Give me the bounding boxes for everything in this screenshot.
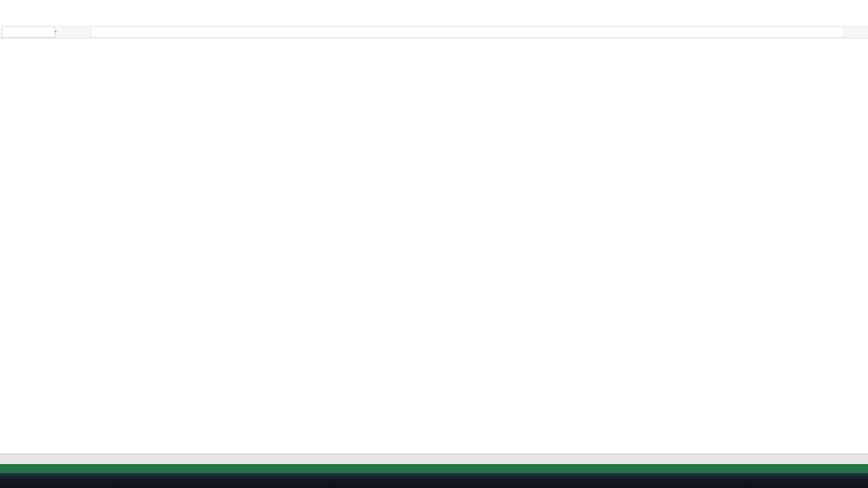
windows-taskbar [0, 473, 868, 488]
formula-input[interactable] [90, 27, 844, 38]
window-title [407, 0, 597, 13]
status-bar [0, 464, 868, 473]
fx-icon[interactable] [80, 27, 88, 37]
enter-icon[interactable] [71, 27, 79, 37]
formula-bar: ▾ [0, 25, 868, 38]
title-bar [0, 0, 868, 13]
sheet-tab-strip [0, 454, 868, 465]
ribbon-tab-bar [0, 13, 868, 26]
worksheet-grid[interactable] [0, 40, 861, 454]
namebox-dropdown-icon[interactable]: ▾ [52, 27, 59, 37]
cancel-icon[interactable] [63, 27, 71, 37]
name-box[interactable] [2, 27, 55, 38]
excel-window: ▾ [0, 0, 868, 488]
